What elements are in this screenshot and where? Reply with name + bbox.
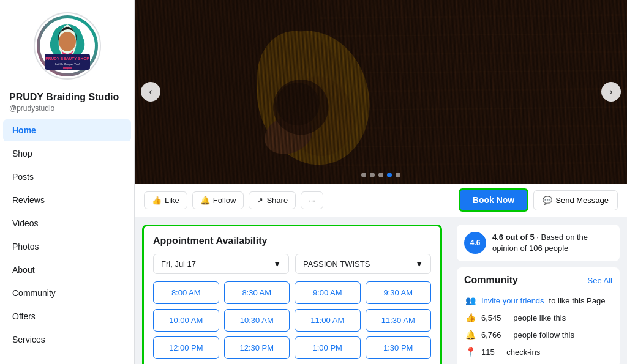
like-icon: 👍 xyxy=(464,311,476,324)
svg-line-34 xyxy=(556,0,559,184)
logo-circle: PRUDY BEAUTY SHOP Let Us Pamper You! ✦ xyxy=(34,12,101,80)
service-select[interactable]: PASSION TWISTS ▼ xyxy=(295,254,431,274)
svg-line-10 xyxy=(335,0,338,184)
svg-point-1 xyxy=(59,32,76,51)
svg-line-38 xyxy=(593,0,596,184)
send-message-button[interactable]: 💬 Send Message xyxy=(533,190,618,210)
action-bar: 👍 Like 🔔 Follow ↗ Share ··· Book Now 💬 S… xyxy=(135,184,627,217)
checkins-label: check-ins xyxy=(506,347,540,357)
hero-dot-1[interactable] xyxy=(361,173,366,177)
date-select[interactable]: Fri, Jul 17 ▼ xyxy=(153,254,289,274)
svg-line-12 xyxy=(353,0,356,184)
sidebar-item-about[interactable]: About xyxy=(3,259,131,281)
hero-dot-5[interactable] xyxy=(396,173,400,177)
svg-line-45 xyxy=(320,70,628,73)
svg-text:Let Us Pamper You!: Let Us Pamper You! xyxy=(54,63,79,66)
see-all-link[interactable]: See All xyxy=(588,276,612,285)
more-button[interactable]: ··· xyxy=(301,191,323,209)
community-title: Community xyxy=(464,275,518,286)
svg-line-8 xyxy=(316,0,319,184)
logo-inner: PRUDY BEAUTY SHOP Let Us Pamper You! ✦ xyxy=(37,15,98,76)
svg-line-14 xyxy=(372,0,375,184)
sidebar-item-reviews[interactable]: Reviews xyxy=(3,189,131,211)
sidebar-item-posts[interactable]: Posts xyxy=(3,166,131,188)
svg-line-31 xyxy=(528,0,531,184)
hero-dots xyxy=(361,173,400,177)
hero-dot-3[interactable] xyxy=(378,173,383,177)
time-slot-1[interactable]: 8:30 AM xyxy=(224,281,290,304)
people-icon: 👥 xyxy=(464,294,476,306)
svg-line-15 xyxy=(381,0,384,184)
svg-line-24 xyxy=(464,0,467,184)
svg-line-36 xyxy=(575,0,578,184)
svg-line-46 xyxy=(320,89,628,92)
page-name: PRUDY Braiding Studio xyxy=(0,86,134,104)
time-slot-11[interactable]: 1:30 PM xyxy=(366,336,432,359)
hero-dot-2[interactable] xyxy=(370,173,375,177)
sidebar-item-shop[interactable]: Shop xyxy=(3,143,131,165)
book-now-button[interactable]: Book Now xyxy=(459,188,528,212)
svg-line-30 xyxy=(519,0,522,184)
checkins-count: 115 xyxy=(481,347,495,357)
sidebar-item-services[interactable]: Services xyxy=(3,329,131,351)
likes-label: people like this xyxy=(513,313,566,322)
community-followers-item: 🔔 6,766 people follow this xyxy=(464,326,612,343)
likes-count: 6,545 xyxy=(481,313,501,322)
time-slot-10[interactable]: 1:00 PM xyxy=(295,336,361,359)
svg-line-21 xyxy=(436,0,439,184)
service-value: PASSION TWISTS xyxy=(303,259,370,269)
time-slot-0[interactable]: 8:00 AM xyxy=(153,281,219,304)
svg-line-13 xyxy=(362,0,366,184)
time-slot-3[interactable]: 9:30 AM xyxy=(366,281,432,304)
svg-point-54 xyxy=(259,109,318,160)
service-chevron-icon: ▼ xyxy=(415,259,423,269)
svg-line-43 xyxy=(320,34,628,37)
hero-image xyxy=(135,0,627,184)
right-panel: 4.6 4.6 out of 5 · Based on the opinion … xyxy=(449,217,627,364)
sidebar-item-home[interactable]: Home xyxy=(3,119,131,141)
svg-line-32 xyxy=(538,0,541,184)
svg-text:PRUDY BEAUTY SHOP: PRUDY BEAUTY SHOP xyxy=(45,56,89,61)
svg-text:✦: ✦ xyxy=(66,67,69,70)
sidebar-item-offers[interactable]: Offers xyxy=(3,305,131,327)
time-slot-9[interactable]: 12:30 PM xyxy=(224,336,290,359)
time-slot-7[interactable]: 11:30 AM xyxy=(366,309,432,332)
svg-line-44 xyxy=(320,52,628,55)
hero-next-button[interactable]: › xyxy=(601,82,621,102)
hero-dot-4[interactable] xyxy=(387,173,392,177)
appointment-filters: Fri, Jul 17 ▼ PASSION TWISTS ▼ xyxy=(153,254,431,274)
sidebar-item-photos[interactable]: Photos xyxy=(3,236,131,258)
svg-line-25 xyxy=(473,0,476,184)
share-icon: ↗ xyxy=(257,196,263,205)
time-grid: 8:00 AM 8:30 AM 9:00 AM 9:30 AM 10:00 AM… xyxy=(153,281,431,359)
time-slot-8[interactable]: 12:00 PM xyxy=(153,336,219,359)
time-slot-6[interactable]: 11:00 AM xyxy=(295,309,361,332)
time-slot-5[interactable]: 10:30 AM xyxy=(224,309,290,332)
follow-button[interactable]: 🔔 Follow xyxy=(192,191,244,209)
logo-svg: PRUDY BEAUTY SHOP Let Us Pamper You! ✦ xyxy=(40,18,95,73)
svg-rect-7 xyxy=(135,0,627,184)
date-chevron-icon: ▼ xyxy=(273,259,281,269)
share-button[interactable]: ↗ Share xyxy=(249,191,296,209)
main-content: ‹ › 👍 Like 🔔 Follow ↗ Share xyxy=(135,0,627,364)
rating-score: 4.6 out of 5 xyxy=(492,232,535,242)
sidebar-item-videos[interactable]: Videos xyxy=(3,212,131,234)
svg-point-56 xyxy=(276,83,319,125)
community-checkins-item: 📍 115 check-ins xyxy=(464,343,612,360)
community-likes-item: 👍 6,545 people like this xyxy=(464,309,612,326)
svg-line-37 xyxy=(584,0,587,184)
hero-prev-button[interactable]: ‹ xyxy=(141,82,160,102)
svg-line-29 xyxy=(510,0,513,184)
like-label: Like xyxy=(165,196,179,205)
sidebar-item-community[interactable]: Community xyxy=(3,282,131,304)
time-slot-4[interactable]: 10:00 AM xyxy=(153,309,219,332)
invite-link[interactable]: Invite your friends xyxy=(481,296,544,305)
follow-label: Follow xyxy=(213,196,236,205)
community-invite-item: 👥 Invite your friends to like this Page xyxy=(464,292,612,309)
followers-icon: 🔔 xyxy=(464,329,476,341)
time-slot-2[interactable]: 9:00 AM xyxy=(295,281,361,304)
followers-label: people follow this xyxy=(513,330,574,340)
like-button[interactable]: 👍 Like xyxy=(144,191,187,209)
more-label: ··· xyxy=(309,196,315,205)
rating-badge: 4.6 xyxy=(464,232,486,254)
